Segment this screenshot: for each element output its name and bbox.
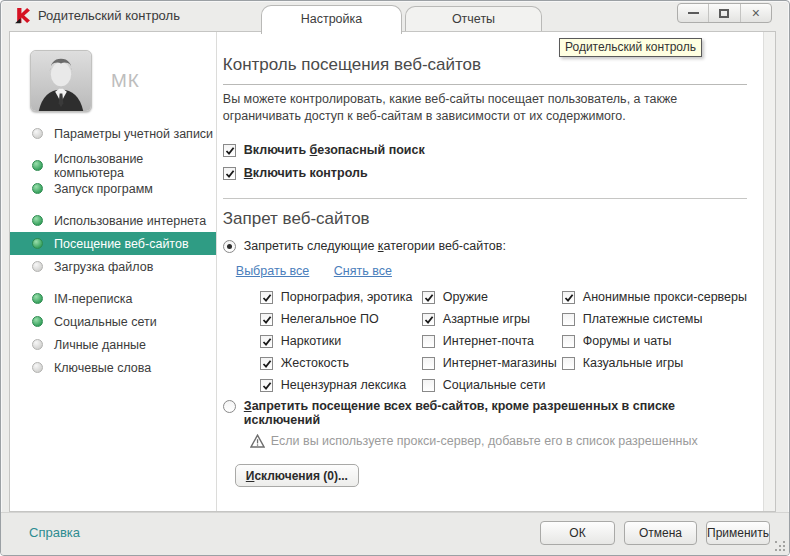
category-violence-checkbox[interactable]: Жестокость — [260, 352, 422, 374]
description: Вы можете контролировать, какие веб-сайт… — [223, 91, 723, 125]
settings-content: Контроль посещения веб-сайтов Вы можете … — [217, 32, 775, 511]
user-initials: МК — [111, 70, 140, 92]
exceptions-button[interactable]: Исключения (0)... — [235, 464, 359, 487]
close-icon: × — [741, 4, 771, 22]
page-title: Контроль посещения веб-сайтов — [223, 54, 747, 76]
status-dot-on-icon — [32, 215, 43, 226]
close-button[interactable]: × — [741, 4, 771, 22]
dialog-buttons: ОК Отмена Применить — [531, 521, 770, 545]
checkbox-checked-icon — [260, 335, 273, 348]
category-forums-chats-checkbox[interactable]: Форумы и чаты — [562, 330, 747, 352]
category-anonymous-proxies-checkbox[interactable]: Анонимные прокси-серверы — [562, 286, 747, 308]
category-grid: Порнография, эротика Нелегальное ПО Нарк… — [260, 286, 747, 396]
sidebar-item-program-launch[interactable]: Запуск программ — [10, 177, 216, 200]
category-webmail-checkbox[interactable]: Интернет-почта — [422, 330, 562, 352]
sidebar-item-im-messaging[interactable]: IM-переписка — [10, 287, 216, 310]
avatar — [30, 50, 92, 112]
titlebar: Родительский контроль Настройка Отчеты × — [1, 1, 789, 31]
sidebar-item-social-networks[interactable]: Социальные сети — [10, 310, 216, 333]
safe-search-checkbox[interactable]: Включить безопасный поиск — [223, 143, 747, 157]
maximize-icon — [719, 9, 729, 18]
checkbox-unchecked-icon — [422, 357, 435, 370]
scrollbar-track[interactable] — [763, 32, 775, 511]
sidebar-nav: Параметры учетной записи Использование к… — [10, 122, 216, 379]
footer-bar: Справка ОК Отмена Применить — [1, 512, 789, 555]
status-dot-on-icon — [32, 316, 43, 327]
category-profanity-checkbox[interactable]: Нецензурная лексика — [260, 374, 422, 396]
checkbox-checked-icon — [562, 291, 575, 304]
sidebar: МК Параметры учетной записи Использовани… — [10, 32, 217, 511]
section-title-web-ban: Запрет веб-сайтов — [223, 208, 747, 230]
category-gambling-checkbox[interactable]: Азартные игры — [422, 308, 562, 330]
checkbox-checked-icon — [260, 291, 273, 304]
tooltip: Родительский контроль — [559, 38, 702, 57]
checkbox-unchecked-icon — [422, 379, 435, 392]
sidebar-item-keywords[interactable]: Ключевые слова — [10, 356, 216, 379]
status-dot-on-icon — [32, 160, 43, 171]
tab-settings[interactable]: Настройка — [261, 5, 402, 34]
category-illegal-software-checkbox[interactable]: Нелегальное ПО — [260, 308, 422, 330]
select-all-link[interactable]: Выбрать все — [236, 264, 310, 278]
maximize-button[interactable] — [709, 4, 740, 22]
radio-selected-icon — [223, 240, 236, 253]
ok-button[interactable]: ОК — [540, 521, 615, 545]
parental-control-window: Родительский контроль Настройка Отчеты ×… — [0, 0, 790, 556]
radio-unselected-icon — [223, 400, 236, 413]
warning-text: Если вы используете прокси-сервер, добав… — [271, 434, 698, 448]
resize-grip[interactable] — [775, 541, 785, 551]
category-social-networks-checkbox[interactable]: Социальные сети — [422, 374, 562, 396]
status-dot-off-icon — [32, 339, 43, 350]
sidebar-item-account-settings[interactable]: Параметры учетной записи — [10, 122, 216, 145]
checkbox-unchecked-icon — [562, 357, 575, 370]
status-dot-on-icon — [32, 293, 43, 304]
divider — [223, 198, 747, 199]
radio-block-all-sites[interactable]: Запретить посещение всех веб-сайтов, кро… — [223, 399, 747, 427]
cancel-button[interactable]: Отмена — [624, 521, 697, 545]
checkbox-checked-icon — [422, 313, 435, 326]
category-payment-systems-checkbox[interactable]: Платежные системы — [562, 308, 747, 330]
category-pornography-checkbox[interactable]: Порнография, эротика — [260, 286, 422, 308]
checkbox-checked-icon — [422, 291, 435, 304]
radio-block-categories[interactable]: Запретить следующие категории веб-сайтов… — [223, 239, 747, 253]
sidebar-item-internet-usage[interactable]: Использование интернета — [10, 209, 216, 232]
proxy-warning: Если вы используете прокси-сервер, добав… — [250, 434, 747, 448]
warning-icon — [250, 434, 265, 448]
clear-all-link[interactable]: Снять все — [334, 264, 392, 278]
minimize-button[interactable] — [678, 4, 709, 22]
status-dot-on-icon — [32, 238, 43, 249]
enable-control-checkbox[interactable]: Включить контроль — [223, 166, 747, 180]
checkbox-checked-icon — [260, 357, 273, 370]
main-panel: МК Параметры учетной записи Использовани… — [9, 31, 776, 512]
status-dot-off-icon — [32, 128, 43, 139]
divider — [223, 84, 747, 85]
category-weapons-checkbox[interactable]: Оружие — [422, 286, 562, 308]
kaspersky-logo-icon — [14, 7, 31, 24]
status-dot-off-icon — [32, 261, 43, 272]
status-dot-off-icon — [32, 362, 43, 373]
checkbox-checked-icon — [223, 167, 236, 180]
apply-button[interactable]: Применить — [706, 521, 770, 545]
category-casual-games-checkbox[interactable]: Казуальные игры — [562, 352, 747, 374]
category-drugs-checkbox[interactable]: Наркотики — [260, 330, 422, 352]
status-dot-on-icon — [32, 183, 43, 194]
sidebar-item-computer-usage[interactable]: Использование компьютера — [10, 154, 216, 177]
sidebar-item-website-visits[interactable]: Посещение веб-сайтов — [10, 232, 216, 255]
category-online-shops-checkbox[interactable]: Интернет-магазины — [422, 352, 562, 374]
minimize-icon — [688, 12, 699, 14]
checkbox-checked-icon — [223, 144, 236, 157]
checkbox-unchecked-icon — [562, 335, 575, 348]
window-title: Родительский контроль — [38, 1, 180, 30]
checkbox-checked-icon — [260, 313, 273, 326]
checkbox-unchecked-icon — [562, 313, 575, 326]
sidebar-item-file-downloads[interactable]: Загрузка файлов — [10, 255, 216, 278]
tab-reports[interactable]: Отчеты — [405, 6, 542, 31]
checkbox-checked-icon — [260, 379, 273, 392]
bulk-links: Выбрать все Снять все — [236, 264, 747, 278]
help-link[interactable]: Справка — [29, 525, 80, 540]
window-controls: × — [677, 3, 772, 23]
sidebar-item-personal-data[interactable]: Личные данные — [10, 333, 216, 356]
checkbox-unchecked-icon — [422, 335, 435, 348]
user-block: МК — [10, 48, 216, 114]
